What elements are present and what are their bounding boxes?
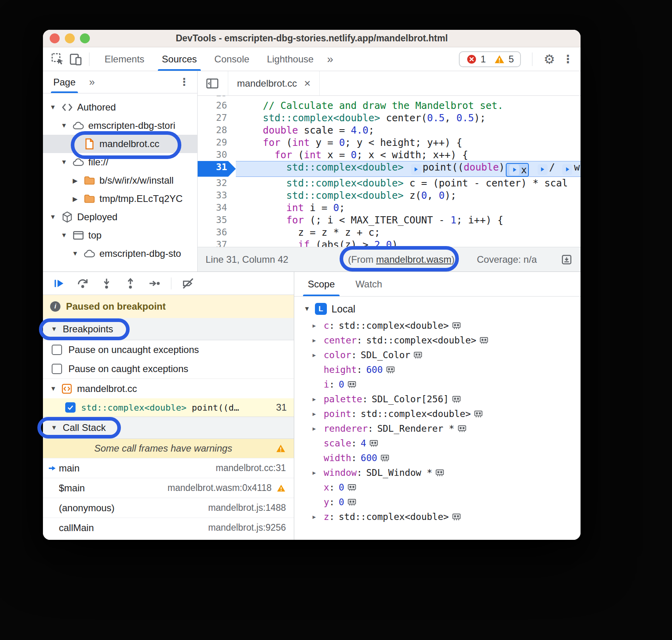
code-text[interactable]: // Calculate and draw the Mandelbrot set… xyxy=(236,99,581,112)
call-stack-frame[interactable]: callMainmandelbrot.js:9256 xyxy=(43,518,294,537)
device-toolbar-button[interactable] xyxy=(67,50,85,68)
expand-arrow-icon[interactable]: ▼ xyxy=(304,305,310,312)
warning-badge[interactable]: 5 xyxy=(494,54,514,65)
scope-variable-x[interactable]: x:0 xyxy=(294,480,581,495)
inline-eval-widget[interactable] xyxy=(509,165,519,175)
expand-arrow-icon[interactable]: ▼ xyxy=(60,122,68,129)
scope-variable-renderer[interactable]: ▶renderer:SDL_Renderer * xyxy=(294,421,581,436)
tree-item-authored-site[interactable]: ▼ emscripten-dbg-stori xyxy=(43,116,197,135)
line-number-34[interactable]: 34 xyxy=(198,202,236,214)
wasm-source-link[interactable]: mandelbrot.wasm xyxy=(376,254,451,265)
deactivate-breakpoints-button[interactable] xyxy=(181,276,195,291)
code-text[interactable]: std::complex<double> center(0.5, 0.5); xyxy=(236,112,581,124)
memory-inspector-button[interactable] xyxy=(473,409,484,419)
breakpoint-checkbox-checked[interactable] xyxy=(65,402,76,413)
expand-arrow-icon[interactable]: ▶ xyxy=(313,514,324,520)
navigator-more-tabs-button[interactable]: » xyxy=(89,76,95,88)
memory-inspector-button[interactable] xyxy=(385,365,396,375)
breakpoint-entry[interactable]: std::complex<double> point((d… 31 xyxy=(43,398,294,417)
expand-arrow-icon[interactable]: ▼ xyxy=(51,326,57,333)
scope-variable-color[interactable]: ▶color:SDL_Color xyxy=(294,347,581,362)
code-text[interactable] xyxy=(236,96,581,99)
expand-arrow-icon[interactable]: ▶ xyxy=(313,352,324,358)
code-text[interactable]: z = z * z + c; xyxy=(236,226,581,239)
issues-badges[interactable]: 1 5 xyxy=(459,51,521,67)
step-into-button[interactable] xyxy=(99,276,114,291)
line-number-33[interactable]: 33 xyxy=(198,189,236,202)
step-button[interactable] xyxy=(147,276,161,291)
memory-inspector-button[interactable] xyxy=(451,512,462,522)
expand-arrow-icon[interactable]: ▶ xyxy=(313,425,324,432)
breakpoint-file-group[interactable]: ▼ mandelbrot.cc xyxy=(43,378,294,398)
pause-uncaught-checkbox[interactable] xyxy=(52,345,62,355)
expand-arrow-icon[interactable]: ▼ xyxy=(60,232,68,239)
minimize-window-button[interactable] xyxy=(65,33,75,43)
memory-inspector-button[interactable] xyxy=(435,467,445,478)
main-menu-kebab-icon[interactable]: ⋮ xyxy=(562,52,573,66)
settings-gear-icon[interactable]: ⚙ xyxy=(544,52,555,67)
memory-inspector-button[interactable] xyxy=(369,438,379,448)
expand-arrow-icon[interactable]: ▶ xyxy=(313,469,324,476)
expand-arrow-icon[interactable]: ▼ xyxy=(71,250,80,257)
tab-lighthouse[interactable]: Lighthouse xyxy=(258,47,322,71)
line-number-35[interactable]: 35 xyxy=(198,214,236,226)
scope-variable-i[interactable]: i:0 xyxy=(294,377,581,392)
call-stack-section-header[interactable]: ▼ Call Stack xyxy=(43,417,294,439)
line-number-37[interactable]: 37 xyxy=(198,239,236,247)
tree-item-folder-install[interactable]: ▶ b/s/w/ir/x/w/install xyxy=(43,171,197,190)
code-text[interactable]: std::complex<double> z(0, 0); xyxy=(236,189,581,202)
tab-watch[interactable]: Watch xyxy=(345,272,392,296)
collapse-arrow-icon[interactable]: ▶ xyxy=(71,195,80,203)
code-text[interactable]: for (int x = 0; x < width; x++) { xyxy=(236,149,581,161)
tree-item-top-frame[interactable]: ▼ top xyxy=(43,226,197,244)
inline-eval-widget[interactable] xyxy=(562,164,572,175)
pause-uncaught-row[interactable]: Pause on uncaught exceptions xyxy=(43,340,294,359)
code-text[interactable]: for (int y = 0; y < height; y++) { xyxy=(236,136,581,149)
scope-variable-c[interactable]: ▶c:std::complex<double> xyxy=(294,318,581,333)
scope-variable-y[interactable]: y:0 xyxy=(294,495,581,509)
memory-inspector-button[interactable] xyxy=(413,350,423,360)
more-tabs-button[interactable]: » xyxy=(322,47,338,71)
scope-variable-center[interactable]: ▶center:std::complex<double> xyxy=(294,333,581,347)
inline-eval-widget[interactable] xyxy=(538,164,548,175)
scope-variable-scale[interactable]: scale:4 xyxy=(294,436,581,450)
navigator-menu-kebab-icon[interactable]: ⋮ xyxy=(179,76,189,88)
memory-inspector-button[interactable] xyxy=(457,423,467,434)
editor-tab-mandelbrot-cc[interactable]: mandelbrot.cc × xyxy=(228,71,320,95)
scope-variable-point[interactable]: ▶point:std::complex<double> xyxy=(294,406,581,421)
tree-item-deployed[interactable]: ▼ Deployed xyxy=(43,208,197,226)
expand-arrow-icon[interactable]: ▼ xyxy=(51,424,57,431)
toggle-drawer-button[interactable] xyxy=(561,254,573,266)
scope-variable-palette[interactable]: ▶palette:SDL_Color[256] xyxy=(294,392,581,406)
tab-scope[interactable]: Scope xyxy=(297,272,345,296)
line-number-25[interactable]: 25 xyxy=(198,96,236,99)
memory-inspector-button[interactable] xyxy=(347,497,357,507)
line-number-36[interactable]: 36 xyxy=(198,226,236,239)
inline-eval-widget[interactable] xyxy=(411,164,421,175)
line-number-29[interactable]: 29 xyxy=(198,136,236,149)
memory-inspector-button[interactable] xyxy=(479,335,489,345)
expand-arrow-icon[interactable]: ▼ xyxy=(50,385,56,392)
step-over-button[interactable] xyxy=(76,276,90,291)
collapse-arrow-icon[interactable]: ▶ xyxy=(71,177,80,184)
close-window-button[interactable] xyxy=(50,33,60,43)
memory-inspector-button[interactable] xyxy=(451,394,462,404)
expand-arrow-icon[interactable]: ▶ xyxy=(313,396,324,402)
line-number-27[interactable]: 27 xyxy=(198,112,236,124)
line-number-28[interactable]: 28 xyxy=(198,124,236,136)
error-badge[interactable]: 1 xyxy=(466,54,486,65)
code-text[interactable]: if (abs(z) > 2.0) xyxy=(236,239,581,247)
line-number-26[interactable]: 26 xyxy=(198,99,236,112)
breakpoints-section-header[interactable]: ▼ Breakpoints xyxy=(43,318,294,340)
call-stack-frame[interactable]: (anonymous)mandelbrot.js:1488 xyxy=(43,498,294,518)
pause-caught-checkbox[interactable] xyxy=(52,364,62,374)
scope-variable-width[interactable]: width:600 xyxy=(294,450,581,465)
line-number-32[interactable]: 32 xyxy=(198,177,236,189)
tab-page[interactable]: Page xyxy=(52,71,76,93)
code-text[interactable]: std::complex<double> c = (point - center… xyxy=(236,177,581,189)
expand-arrow-icon[interactable]: ▶ xyxy=(313,322,324,329)
expand-arrow-icon[interactable]: ▶ xyxy=(313,411,324,417)
code-text[interactable]: for (; i < MAX_ITER_COUNT - 1; i++) { xyxy=(236,214,581,226)
pause-caught-row[interactable]: Pause on caught exceptions xyxy=(43,359,294,378)
scope-local-section[interactable]: ▼ L Local xyxy=(294,300,581,318)
